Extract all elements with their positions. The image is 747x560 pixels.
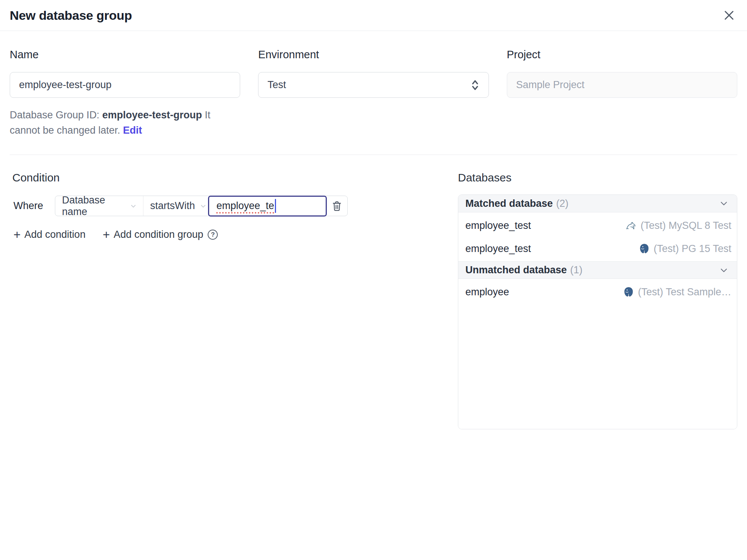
name-label: Name (10, 48, 240, 61)
matched-database-label: Matched database (465, 198, 553, 209)
database-instance-label: (Test) MySQL 8 Test (641, 220, 731, 231)
help-glyph: ? (211, 231, 215, 239)
condition-field-select[interactable]: Database name (55, 196, 143, 216)
unmatched-database-count: (1) (570, 264, 583, 276)
text-cursor (275, 199, 276, 213)
databases-heading: Databases (458, 171, 737, 185)
project-field-group: Project (507, 48, 737, 138)
form-grid: Name Database Group ID: employee-test-gr… (10, 48, 737, 138)
condition-row: Where Database name startsWith (13, 196, 458, 216)
project-input (507, 72, 737, 98)
name-field-group: Name Database Group ID: employee-test-gr… (10, 48, 240, 138)
database-instance: (Test) MySQL 8 Test (625, 219, 731, 232)
matched-database-title: Matched database(2) (465, 198, 568, 209)
close-icon (722, 9, 736, 22)
chevron-down-icon[interactable] (719, 265, 729, 275)
group-id-value: employee-test-group (102, 109, 202, 121)
database-instance: (Test) PG 15 Test (639, 243, 731, 255)
database-name: employee (465, 286, 509, 298)
postgresql-icon (623, 286, 634, 298)
project-label: Project (507, 48, 737, 61)
environment-label: Environment (258, 48, 489, 61)
mysql-icon (625, 219, 637, 232)
dialog-header: New database group (0, 0, 747, 31)
databases-panel: Matched database(2) employee_test (458, 195, 737, 429)
help-icon[interactable]: ? (208, 230, 218, 240)
condition-operator-value: startsWith (150, 200, 195, 212)
section-divider (10, 155, 737, 155)
databases-section: Databases Matched database(2) employee_t… (458, 171, 737, 429)
plus-icon: + (13, 228, 21, 241)
condition-value-input[interactable]: employee_te (208, 196, 327, 217)
add-condition-button[interactable]: + Add condition (13, 228, 86, 241)
select-stepper-icon (471, 79, 480, 91)
condition-expression-group: Database name startsWith e (55, 196, 348, 216)
database-name: employee_test (465, 220, 531, 231)
environment-field-group: Environment Test (258, 48, 489, 138)
chevron-down-icon (199, 202, 207, 210)
trash-icon (332, 200, 342, 212)
matched-database-count: (2) (556, 198, 568, 209)
database-instance-label: (Test) Test Sample… (638, 286, 731, 298)
postgresql-icon (639, 243, 650, 255)
group-id-prefix: Database Group ID: (10, 109, 99, 121)
matched-database-header[interactable]: Matched database(2) (458, 195, 737, 212)
database-instance: (Test) Test Sample… (623, 286, 731, 298)
add-condition-group-button[interactable]: + Add condition group (103, 228, 203, 241)
condition-heading: Condition (12, 171, 458, 185)
edit-group-id-link[interactable]: Edit (123, 125, 142, 136)
where-label: Where (13, 200, 43, 212)
add-condition-label: Add condition (24, 229, 86, 240)
delete-condition-button[interactable] (327, 196, 347, 216)
database-instance-label: (Test) PG 15 Test (654, 243, 731, 255)
matched-database-rows: employee_test (Test) MySQL 8 Test (458, 212, 737, 261)
condition-field-value: Database name (62, 195, 125, 218)
name-input[interactable] (10, 72, 240, 98)
condition-section: Condition Where Database name startsWith (10, 171, 458, 241)
panel-empty-area (458, 305, 737, 429)
unmatched-database-title: Unmatched database(1) (465, 264, 583, 276)
environment-select[interactable]: Test (258, 72, 489, 98)
plus-icon: + (103, 228, 110, 241)
chevron-down-icon[interactable] (719, 199, 729, 208)
unmatched-database-rows: employee (Test) Test Sample… (458, 279, 737, 305)
database-row: employee_test (Test) MySQL 8 Test (458, 214, 737, 237)
condition-operator-select[interactable]: startsWith (143, 196, 208, 216)
unmatched-database-header[interactable]: Unmatched database(1) (458, 261, 737, 279)
unmatched-database-label: Unmatched database (465, 264, 567, 276)
group-id-hint: Database Group ID: employee-test-group I… (10, 108, 240, 138)
database-row: employee (Test) Test Sample… (458, 280, 737, 304)
new-database-group-dialog: New database group Name Database Group I… (0, 0, 747, 560)
add-condition-group-label: Add condition group (114, 229, 203, 240)
condition-actions: + Add condition + Add condition group ? (13, 228, 458, 241)
environment-value: Test (267, 79, 286, 91)
database-row: employee_test (Test) PG 15 Test (458, 237, 737, 260)
condition-value-text: employee_te (217, 200, 275, 212)
database-name: employee_test (465, 243, 531, 255)
chevron-down-icon (130, 202, 137, 210)
close-button[interactable] (722, 8, 737, 23)
page-title: New database group (10, 8, 132, 23)
